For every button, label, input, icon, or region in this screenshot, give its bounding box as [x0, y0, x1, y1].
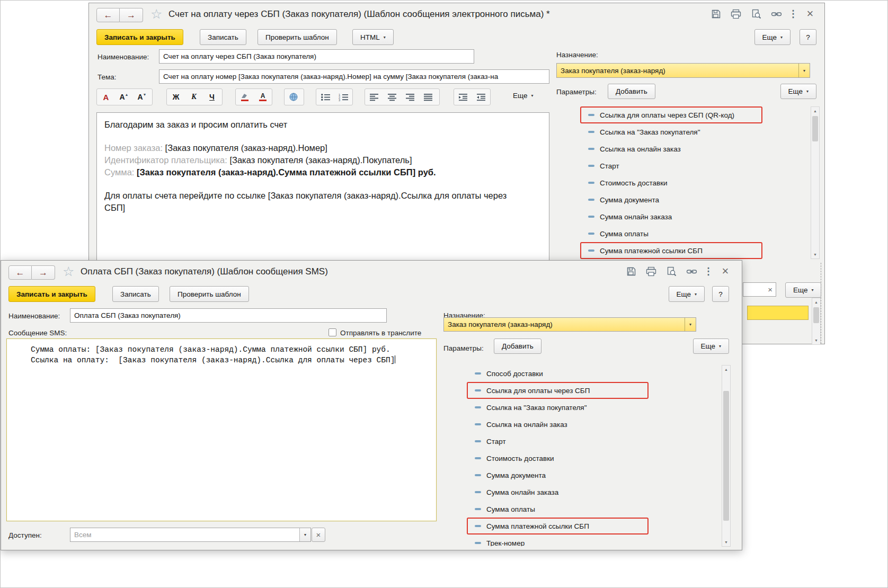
- back-button[interactable]: ←: [96, 8, 120, 22]
- italic-button[interactable]: К: [185, 89, 203, 105]
- parameter-item[interactable]: Ссылка на "Заказ покупателя": [580, 123, 811, 140]
- numbered-list-button[interactable]: 123: [334, 89, 352, 105]
- parameter-item[interactable]: Трек-номер: [467, 534, 722, 546]
- insert-picture-button[interactable]: [285, 89, 303, 105]
- link-icon[interactable]: [686, 266, 697, 277]
- more-button[interactable]: Еще▾: [669, 286, 705, 302]
- align-right-button[interactable]: [401, 89, 419, 105]
- params-more-button[interactable]: Еще▾: [693, 338, 729, 354]
- partial-input[interactable]: ×: [743, 282, 776, 297]
- highlight-color-button[interactable]: [236, 89, 254, 105]
- save-icon[interactable]: [710, 8, 722, 19]
- align-center-button[interactable]: [383, 89, 401, 105]
- scrollbar-thumb[interactable]: [812, 116, 818, 141]
- purpose-combobox[interactable]: Заказ покупателя (заказ-наряд)▾: [443, 317, 696, 332]
- parameter-item[interactable]: Сумма платежной ссылки СБП: [580, 242, 811, 259]
- chevron-down-icon[interactable]: ▾: [798, 64, 810, 77]
- save-icon[interactable]: [625, 266, 637, 277]
- increase-font-button[interactable]: А▲: [115, 89, 133, 105]
- save-button[interactable]: Записать: [112, 286, 159, 302]
- parameter-item[interactable]: Ссылка на онлайн заказ: [467, 416, 722, 433]
- favorite-star-icon[interactable]: ☆: [150, 6, 162, 21]
- back-button[interactable]: ←: [8, 265, 32, 280]
- print-icon[interactable]: [730, 8, 742, 19]
- decrease-font-button[interactable]: А▼: [133, 89, 151, 105]
- save-close-button[interactable]: Записать и закрыть: [8, 286, 95, 302]
- sms-message-editor[interactable]: Сумма оплаты: [Заказ покупателя (заказ-н…: [6, 338, 437, 521]
- parameter-dash-icon: [588, 165, 594, 167]
- print-icon[interactable]: [645, 266, 657, 277]
- parameter-item[interactable]: Ссылка на "Заказ покупателя": [467, 399, 722, 416]
- help-button[interactable]: ?: [800, 29, 816, 45]
- more-menu-icon[interactable]: ⋮: [706, 266, 711, 277]
- parameter-item[interactable]: Сумма онлайн заказа: [467, 484, 722, 501]
- email-params-scrollbar[interactable]: ▲ ▼: [811, 106, 820, 259]
- parameter-item[interactable]: Способ доставки: [467, 365, 722, 382]
- save-close-button[interactable]: Записать и закрыть: [96, 29, 183, 45]
- scroll-up-icon[interactable]: ▲: [812, 298, 820, 306]
- check-template-button[interactable]: Проверить шаблон: [257, 29, 337, 45]
- forward-button[interactable]: →: [32, 265, 55, 280]
- clear-icon[interactable]: ×: [768, 285, 772, 294]
- available-combobox[interactable]: Всем▾: [70, 528, 311, 542]
- parameter-item[interactable]: Сумма оплаты: [580, 225, 811, 242]
- scroll-down-icon[interactable]: ▼: [722, 538, 730, 546]
- bullet-list-button[interactable]: [316, 89, 334, 105]
- parameter-item[interactable]: Старт: [580, 157, 811, 174]
- parameter-item[interactable]: Сумма оплаты: [467, 501, 722, 518]
- bold-button[interactable]: Ж: [167, 89, 185, 105]
- more-button[interactable]: Еще▾: [754, 29, 791, 45]
- parameter-item[interactable]: Сумма онлайн заказа: [580, 208, 811, 225]
- scroll-up-icon[interactable]: ▲: [722, 366, 730, 373]
- sms-params-scrollbar[interactable]: ▲ ▼: [722, 365, 731, 547]
- parameter-item[interactable]: Ссылка для оплаты через СБП: [467, 382, 722, 399]
- indent-increase-button[interactable]: [454, 89, 472, 105]
- name-input[interactable]: Оплата СБП (Заказ покупателя): [70, 308, 387, 323]
- align-left-button[interactable]: [365, 89, 383, 105]
- close-icon[interactable]: ×: [804, 8, 816, 19]
- format-more-button[interactable]: Еще▾: [513, 92, 533, 100]
- scroll-down-icon[interactable]: ▼: [811, 251, 819, 259]
- scrollbar-thumb[interactable]: [813, 307, 819, 323]
- forward-button[interactable]: →: [120, 8, 143, 22]
- subject-input[interactable]: Счет на оплату номер [Заказ покупателя (…: [159, 69, 549, 84]
- highlighted-field[interactable]: [747, 306, 809, 320]
- font-color-button[interactable]: А: [97, 89, 115, 105]
- parameter-item[interactable]: Старт: [467, 433, 722, 450]
- link-icon[interactable]: [770, 8, 782, 19]
- chevron-down-icon[interactable]: ▾: [299, 528, 310, 541]
- chevron-down-icon[interactable]: ▾: [685, 318, 696, 331]
- parameter-item[interactable]: Ссылка для оплаты через СБП (QR-код): [580, 106, 811, 123]
- align-justify-button[interactable]: [419, 89, 437, 105]
- parameter-item[interactable]: Сумма платежной ссылки СБП: [467, 518, 722, 534]
- help-button[interactable]: ?: [712, 286, 729, 302]
- parameter-item[interactable]: Сумма документа: [467, 467, 722, 484]
- add-parameter-button[interactable]: Добавить: [608, 84, 655, 99]
- parameter-item[interactable]: Стоимость доставки: [580, 174, 811, 191]
- parameter-item[interactable]: Сумма документа: [580, 191, 811, 208]
- partial-scrollbar[interactable]: ▲ ▼: [812, 298, 821, 345]
- add-parameter-button[interactable]: Добавить: [494, 338, 541, 354]
- close-icon[interactable]: ×: [720, 266, 731, 277]
- preview-icon[interactable]: [665, 266, 677, 277]
- more-menu-icon[interactable]: ⋮: [791, 8, 796, 19]
- check-template-button[interactable]: Проверить шаблон: [170, 286, 249, 302]
- scrollbar-thumb[interactable]: [723, 391, 729, 521]
- purpose-combobox[interactable]: Заказ покупателя (заказ-наряд)▾: [556, 63, 810, 78]
- scroll-up-icon[interactable]: ▲: [811, 107, 819, 115]
- save-button[interactable]: Записать: [200, 29, 246, 45]
- text-color-button[interactable]: А: [254, 89, 272, 105]
- parameter-item[interactable]: Ссылка на онлайн заказ: [580, 140, 811, 157]
- params-more-button[interactable]: Еще▾: [780, 84, 816, 99]
- html-mode-button[interactable]: HTML▾: [352, 29, 394, 45]
- preview-icon[interactable]: [750, 8, 762, 19]
- scroll-down-icon[interactable]: ▼: [812, 336, 820, 344]
- underline-button[interactable]: Ч: [203, 89, 221, 105]
- favorite-star-icon[interactable]: ☆: [63, 264, 74, 279]
- clear-available-button[interactable]: ×: [312, 528, 325, 542]
- name-input[interactable]: Счет на оплату через СБП (Заказ покупате…: [159, 49, 474, 64]
- translit-checkbox[interactable]: [328, 328, 336, 336]
- indent-decrease-button[interactable]: [472, 89, 490, 105]
- footer-more-button[interactable]: Еще▾: [785, 282, 821, 298]
- parameter-item[interactable]: Стоимость доставки: [467, 450, 722, 467]
